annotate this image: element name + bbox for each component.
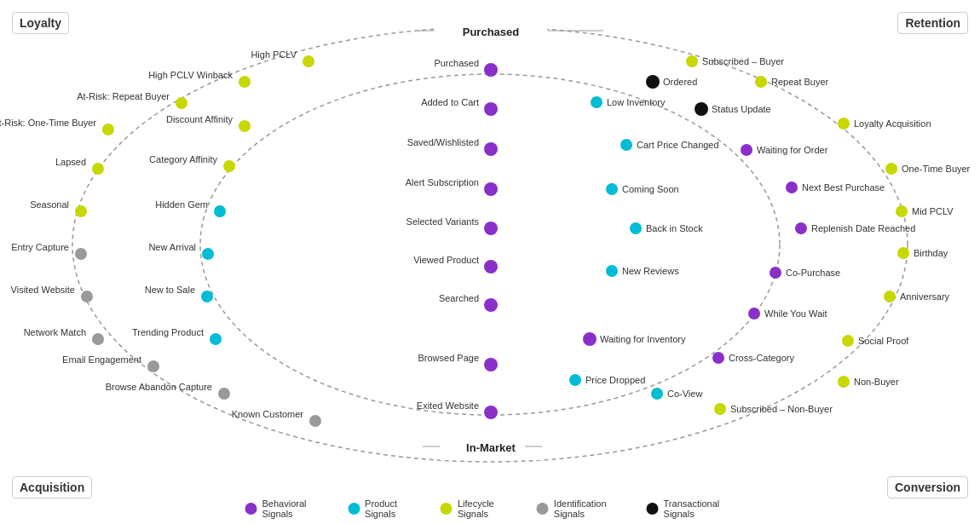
svg-point-50 <box>484 182 498 196</box>
svg-point-60 <box>484 406 498 419</box>
svg-text:Browse Abandon Capture: Browse Abandon Capture <box>106 382 212 392</box>
legend: Behavioral Signals Product Signals Lifec… <box>245 498 735 519</box>
svg-point-12 <box>176 97 187 109</box>
svg-text:Mid PCLV: Mid PCLV <box>912 206 954 216</box>
svg-point-44 <box>484 63 498 77</box>
svg-point-80 <box>646 75 660 89</box>
svg-text:Low Inventory: Low Inventory <box>607 97 666 107</box>
svg-text:Non-Buyer: Non-Buyer <box>854 377 899 387</box>
svg-point-20 <box>223 160 235 172</box>
svg-point-34 <box>92 333 104 345</box>
svg-text:Co-View: Co-View <box>667 389 702 399</box>
svg-point-68 <box>630 222 642 234</box>
product-label: Product Signals <box>365 498 417 519</box>
svg-text:Cart Price Changed: Cart Price Changed <box>637 140 719 150</box>
svg-point-66 <box>606 183 618 195</box>
svg-text:At-Risk: Repeat Buyer: At-Risk: Repeat Buyer <box>77 91 170 101</box>
identification-label: Identification Signals <box>554 498 623 519</box>
svg-point-108 <box>712 352 724 364</box>
legend-product: Product Signals <box>348 498 417 519</box>
svg-text:New Arrival: New Arrival <box>148 242 196 252</box>
legend-identification: Identification Signals <box>537 498 623 519</box>
svg-point-88 <box>741 144 752 156</box>
svg-text:Exited Website: Exited Website <box>417 400 479 411</box>
svg-point-72 <box>583 332 597 346</box>
svg-point-110 <box>838 376 850 388</box>
svg-text:Selected Variants: Selected Variants <box>406 216 480 227</box>
svg-point-32 <box>201 291 213 302</box>
legend-transactional: Transactional Signals <box>647 498 735 519</box>
svg-text:Birthday: Birthday <box>914 248 948 258</box>
svg-text:Waiting for Order: Waiting for Order <box>757 145 828 155</box>
svg-point-52 <box>484 222 498 235</box>
svg-text:Repeat Buyer: Repeat Buyer <box>771 77 829 87</box>
svg-point-42 <box>309 415 321 427</box>
svg-point-10 <box>239 76 251 88</box>
svg-text:Social Proof: Social Proof <box>858 336 909 346</box>
transactional-dot <box>647 503 659 515</box>
svg-point-104 <box>748 308 760 320</box>
svg-text:Entry Capture: Entry Capture <box>11 242 69 252</box>
main-canvas: Loyalty Retention Acquisition Conversion… <box>0 0 980 524</box>
svg-point-14 <box>102 124 114 135</box>
svg-text:New Reviews: New Reviews <box>622 266 679 276</box>
svg-text:Lapsed: Lapsed <box>55 157 86 167</box>
svg-point-16 <box>239 120 251 132</box>
svg-text:Searched: Searched <box>439 293 479 303</box>
svg-text:Category Affinity: Category Affinity <box>149 154 217 164</box>
svg-point-56 <box>484 298 498 312</box>
svg-point-102 <box>884 291 896 302</box>
svg-point-58 <box>484 358 498 371</box>
legend-behavioral: Behavioral Signals <box>245 498 325 519</box>
svg-text:Back in Stock: Back in Stock <box>646 223 703 233</box>
transactional-label: Transactional Signals <box>664 498 735 519</box>
svg-point-22 <box>75 205 87 217</box>
svg-text:Subscribed – Non-Buyer: Subscribed – Non-Buyer <box>730 404 833 414</box>
svg-text:Added to Cart: Added to Cart <box>421 97 479 107</box>
svg-point-46 <box>484 102 498 116</box>
svg-point-98 <box>897 247 909 259</box>
svg-text:High PCLV: High PCLV <box>251 49 297 60</box>
svg-point-70 <box>606 265 618 277</box>
svg-text:Subscribed – Buyer: Subscribed – Buyer <box>702 56 784 66</box>
svg-point-78 <box>686 55 698 67</box>
svg-text:Status Update: Status Update <box>712 104 771 114</box>
svg-text:Next Best Purchase: Next Best Purchase <box>802 182 885 193</box>
svg-point-30 <box>81 291 93 302</box>
svg-point-90 <box>885 163 897 175</box>
svg-point-28 <box>202 248 214 260</box>
svg-point-76 <box>651 388 663 400</box>
svg-text:Network Match: Network Match <box>24 327 86 337</box>
svg-point-86 <box>838 118 850 130</box>
svg-point-62 <box>591 96 602 108</box>
svg-point-100 <box>770 267 781 279</box>
svg-point-112 <box>714 403 726 415</box>
svg-text:Ordered: Ordered <box>663 77 697 87</box>
svg-point-18 <box>92 163 104 175</box>
svg-text:Hidden Gem: Hidden Gem <box>155 199 208 210</box>
section-inmarket: In-Market <box>466 441 516 454</box>
svg-text:Saved/Wishlisted: Saved/Wishlisted <box>407 137 479 147</box>
svg-text:Co-Purchase: Co-Purchase <box>786 268 840 278</box>
behavioral-dot <box>245 503 257 515</box>
svg-text:Anniversary: Anniversary <box>900 291 950 302</box>
svg-text:Email Engagement: Email Engagement <box>62 354 141 365</box>
svg-text:Coming Soon: Coming Soon <box>622 184 679 194</box>
svg-point-74 <box>569 374 581 386</box>
svg-text:Loyalty Acquisition: Loyalty Acquisition <box>854 118 931 129</box>
svg-text:Discount Affinity: Discount Affinity <box>166 114 233 124</box>
svg-point-106 <box>842 335 854 347</box>
svg-text:Alert Subscription: Alert Subscription <box>406 177 479 187</box>
svg-text:At-Risk: One-Time Buyer: At-Risk: One-Time Buyer <box>0 118 96 128</box>
svg-point-82 <box>755 76 767 88</box>
identification-dot <box>537 503 549 515</box>
svg-point-94 <box>896 205 908 217</box>
behavioral-label: Behavioral Signals <box>262 498 325 519</box>
svg-text:Price Dropped: Price Dropped <box>585 375 645 385</box>
svg-point-54 <box>484 260 498 274</box>
legend-lifecycle: Lifecycle Signals <box>441 498 513 519</box>
svg-text:While You Wait: While You Wait <box>764 308 827 319</box>
svg-text:Browsed Page: Browsed Page <box>418 353 479 363</box>
svg-text:Waiting for Inventory: Waiting for Inventory <box>600 334 686 344</box>
svg-point-92 <box>786 181 798 193</box>
